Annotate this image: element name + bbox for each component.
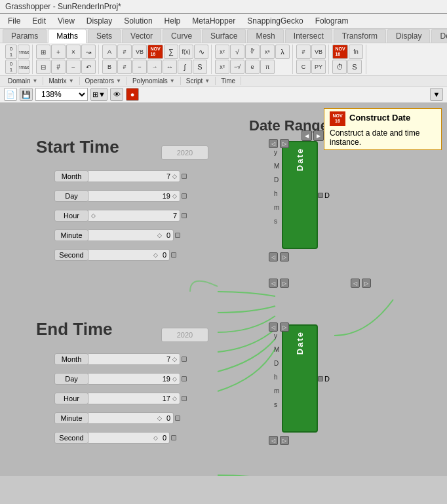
tab-curve[interactable]: Curve (163, 29, 201, 43)
date1-expand-tl[interactable]: ◁ (269, 139, 278, 148)
menu-solution[interactable]: Solution (119, 15, 157, 27)
tab-transform[interactable]: Transform (334, 29, 386, 43)
script-arrow[interactable]: ▼ (204, 78, 210, 84)
tb-script-c[interactable]: C (296, 60, 311, 74)
tab-dendro[interactable]: Dendro (431, 29, 447, 43)
mid-expand-3[interactable]: ◁ (351, 279, 360, 288)
tb-time-nov16[interactable]: NOV16 (332, 45, 348, 59)
tab-surface[interactable]: Surface (202, 29, 246, 43)
tb-poly-x3[interactable]: x³ (215, 60, 229, 74)
tb-poly-lambda[interactable]: λ (275, 45, 290, 59)
tb-poly-x2[interactable]: x² (215, 45, 229, 59)
start-day-value[interactable]: 19 ◇ (88, 190, 180, 202)
start-minute-value[interactable]: ◇ 0 (88, 229, 174, 241)
tab-sets[interactable]: Sets (88, 29, 121, 43)
tb-op-vb[interactable]: VB (132, 45, 147, 59)
tb-op-hash[interactable]: # (117, 45, 132, 59)
tb-op-hash2[interactable]: # (117, 60, 132, 74)
end-hour-value[interactable]: 17 ◇ (88, 393, 180, 404)
zoom-dropdown[interactable]: 138% 100% 75% (35, 88, 88, 101)
color-btn[interactable]: ● (126, 88, 139, 101)
start-hour-value[interactable]: 7 ◇ (88, 210, 180, 222)
polynomials-arrow[interactable]: ▼ (170, 78, 175, 84)
menu-fologram[interactable]: Fologram (310, 15, 354, 27)
tb-op-x[interactable]: A (102, 45, 117, 59)
tb-script-hash[interactable]: # (296, 45, 311, 59)
tb-op-curly[interactable]: ∫ (178, 60, 192, 74)
tb-matrix-arr2[interactable]: ↶ (81, 60, 96, 74)
tb-matrix-hash[interactable]: # (51, 60, 66, 74)
menu-edit[interactable]: Edit (27, 15, 51, 27)
tb-op-minus2[interactable]: − (132, 60, 147, 74)
tb-domain-01b[interactable]: 01 (5, 60, 17, 74)
tb-domain-maxb[interactable]: ↑max (18, 60, 29, 74)
tb-poly-xn[interactable]: xⁿ (260, 45, 275, 59)
tb-op-s[interactable]: S (193, 60, 207, 74)
tb-time-fn[interactable]: fn (349, 45, 363, 59)
menu-snapping[interactable]: SnappingGecko (242, 15, 308, 27)
tb-poly-neg[interactable]: −√ (230, 60, 244, 74)
operators-arrow[interactable]: ▼ (116, 78, 121, 84)
tb-op-nov16[interactable]: NOV16 (147, 45, 163, 59)
tab-display[interactable]: Display (387, 29, 430, 43)
mid-expand-1[interactable]: ◁ (269, 279, 278, 288)
end-second-value[interactable]: ◇ 0 (88, 432, 170, 444)
tb-script-vb[interactable]: VB (311, 45, 326, 59)
tb-matrix-grid1[interactable]: ⊞ (36, 45, 50, 59)
tb-matrix-times[interactable]: × (66, 45, 81, 59)
menu-help[interactable]: Help (159, 15, 186, 27)
menu-file[interactable]: File (3, 15, 26, 27)
tb-script-py[interactable]: PY (311, 60, 326, 74)
start-year-box[interactable]: 2020 (161, 145, 208, 160)
menu-metahopper[interactable]: MetaHopper (187, 15, 241, 27)
date2-expand-bl[interactable]: ◁ (269, 436, 278, 445)
menu-display[interactable]: Display (81, 15, 117, 27)
start-second-value[interactable]: ◇ 0 (88, 249, 170, 261)
tb-poly-pi[interactable]: π (260, 60, 275, 74)
search-btn[interactable]: ▼ (430, 88, 443, 101)
new-doc-btn[interactable]: 📄 (4, 88, 17, 101)
tb-matrix-minus[interactable]: − (66, 60, 81, 74)
tb-op-b[interactable]: B (102, 60, 117, 74)
date2-expand-tr[interactable]: ▷ (280, 322, 289, 332)
tb-op-wave[interactable]: ∿ (194, 45, 208, 59)
end-year-box[interactable]: 2020 (161, 328, 208, 342)
tb-op-arrow[interactable]: ↔ (163, 60, 177, 74)
tb-matrix-arr[interactable]: ↝ (81, 45, 96, 59)
date1-expand-tr[interactable]: ▷ (280, 139, 289, 148)
mid-expand-2[interactable]: ▷ (280, 279, 289, 288)
date1-expand-br[interactable]: ▷ (280, 252, 289, 262)
end-day-value[interactable]: 19 ◇ (88, 373, 180, 385)
domain-arrow[interactable]: ▼ (32, 78, 37, 84)
tab-maths[interactable]: Maths (48, 29, 87, 43)
tab-mesh[interactable]: Mesh (247, 29, 283, 43)
tb-time-s2[interactable]: S (347, 60, 362, 74)
end-month-value[interactable]: 7 ◇ (88, 353, 180, 365)
tb-poly-3sqrt[interactable]: ∛ (245, 45, 260, 59)
date2-expand-br[interactable]: ▷ (280, 436, 289, 445)
grid-btn[interactable]: ⊞▼ (90, 88, 107, 101)
date-range-expand-tl[interactable]: ◀ (301, 130, 312, 141)
tb-matrix-plus[interactable]: + (51, 45, 66, 59)
tb-op-fx[interactable]: f(x) (179, 45, 193, 59)
start-month-value[interactable]: 7 ◇ (88, 170, 180, 182)
tab-params[interactable]: Params (3, 29, 47, 43)
matrix-arrow[interactable]: ▼ (69, 78, 74, 84)
menu-view[interactable]: View (52, 15, 80, 27)
mid-expand-4[interactable]: ▷ (362, 279, 371, 288)
tb-matrix-grid2[interactable]: ⊟ (36, 60, 50, 74)
tb-op-sigma[interactable]: ∑ (164, 45, 178, 59)
date1-expand-bl[interactable]: ◁ (269, 252, 278, 262)
tab-vector[interactable]: Vector (122, 29, 161, 43)
tb-poly-e[interactable]: e (245, 60, 260, 74)
save-btn[interactable]: 💾 (20, 88, 33, 101)
date2-expand-tl[interactable]: ◁ (269, 322, 278, 332)
tb-poly-sqrt[interactable]: √ (230, 45, 244, 59)
view-btn[interactable]: 👁 (110, 88, 123, 101)
end-minute-value[interactable]: ◇ 0 (88, 412, 174, 424)
tb-domain-max[interactable]: ↑max (18, 45, 29, 59)
tb-op-func[interactable]: → (147, 60, 162, 74)
tb-time-clock[interactable]: ⏱ (332, 60, 347, 74)
tb-domain-01[interactable]: 01 (5, 45, 17, 59)
date-range-expand-tr[interactable]: ▶ (313, 130, 324, 141)
